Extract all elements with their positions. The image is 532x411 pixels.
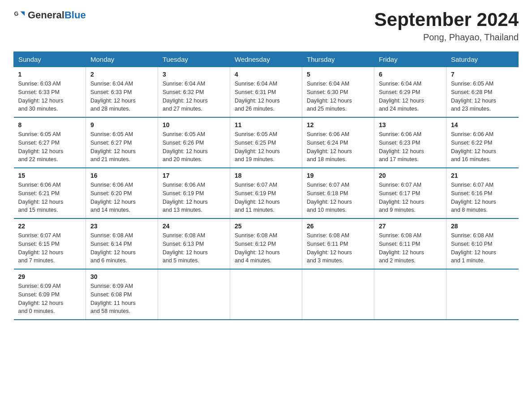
- day-info: Sunrise: 6:07 AMSunset: 6:17 PMDaylight:…: [379, 181, 442, 214]
- calendar-cell: 3Sunrise: 6:04 AMSunset: 6:32 PMDaylight…: [158, 67, 230, 118]
- day-info: Sunrise: 6:03 AMSunset: 6:33 PMDaylight:…: [18, 80, 82, 113]
- day-info: Sunrise: 6:06 AMSunset: 6:19 PMDaylight:…: [163, 181, 225, 214]
- calendar-cell: 14Sunrise: 6:06 AMSunset: 6:22 PMDayligh…: [446, 117, 519, 168]
- calendar-cell: 11Sunrise: 6:05 AMSunset: 6:25 PMDayligh…: [230, 117, 302, 168]
- calendar-cell: 23Sunrise: 6:08 AMSunset: 6:14 PMDayligh…: [86, 218, 158, 269]
- day-number: 25: [235, 223, 297, 230]
- day-number: 12: [307, 121, 369, 128]
- weekday-header-monday: Monday: [86, 52, 158, 67]
- day-info: Sunrise: 6:08 AMSunset: 6:11 PMDaylight:…: [379, 231, 442, 265]
- day-info: Sunrise: 6:08 AMSunset: 6:14 PMDaylight:…: [90, 231, 153, 265]
- calendar-cell: 21Sunrise: 6:07 AMSunset: 6:16 PMDayligh…: [446, 168, 519, 218]
- calendar-cell: [302, 269, 374, 320]
- calendar-cell: 1Sunrise: 6:03 AMSunset: 6:33 PMDaylight…: [14, 67, 86, 118]
- weekday-header-tuesday: Tuesday: [158, 52, 230, 67]
- day-info: Sunrise: 6:08 AMSunset: 6:12 PMDaylight:…: [235, 231, 297, 265]
- day-info: Sunrise: 6:07 AMSunset: 6:18 PMDaylight:…: [307, 181, 369, 214]
- calendar-cell: 22Sunrise: 6:07 AMSunset: 6:15 PMDayligh…: [14, 218, 86, 269]
- day-info: Sunrise: 6:05 AMSunset: 6:26 PMDaylight:…: [163, 130, 225, 164]
- weekday-header-sunday: Sunday: [14, 52, 86, 67]
- day-number: 22: [18, 223, 82, 230]
- calendar-cell: 7Sunrise: 6:05 AMSunset: 6:28 PMDaylight…: [446, 67, 519, 118]
- calendar-week-2: 8Sunrise: 6:05 AMSunset: 6:27 PMDaylight…: [14, 117, 519, 168]
- day-info: Sunrise: 6:04 AMSunset: 6:33 PMDaylight:…: [90, 80, 153, 113]
- calendar-cell: 24Sunrise: 6:08 AMSunset: 6:13 PMDayligh…: [158, 218, 230, 269]
- day-number: 23: [90, 223, 153, 230]
- calendar-cell: 18Sunrise: 6:07 AMSunset: 6:19 PMDayligh…: [230, 168, 302, 218]
- day-number: 27: [379, 223, 442, 230]
- calendar-cell: 2Sunrise: 6:04 AMSunset: 6:33 PMDaylight…: [86, 67, 158, 118]
- calendar-cell: 13Sunrise: 6:06 AMSunset: 6:23 PMDayligh…: [374, 117, 446, 168]
- day-number: 13: [379, 121, 442, 128]
- day-info: Sunrise: 6:08 AMSunset: 6:13 PMDaylight:…: [163, 231, 225, 265]
- day-number: 21: [451, 172, 514, 179]
- day-info: Sunrise: 6:04 AMSunset: 6:32 PMDaylight:…: [163, 80, 225, 113]
- day-info: Sunrise: 6:05 AMSunset: 6:27 PMDaylight:…: [90, 130, 153, 164]
- day-number: 17: [163, 172, 225, 179]
- logo: G GeneralBlue: [13, 9, 86, 21]
- weekday-header-friday: Friday: [374, 52, 446, 67]
- day-number: 26: [307, 223, 369, 230]
- logo-text-general: General: [28, 9, 64, 21]
- day-number: 6: [379, 71, 442, 78]
- day-number: 20: [379, 172, 442, 179]
- day-number: 15: [18, 172, 82, 179]
- calendar-cell: [446, 269, 519, 320]
- day-info: Sunrise: 6:06 AMSunset: 6:20 PMDaylight:…: [90, 181, 153, 214]
- weekday-header-row: SundayMondayTuesdayWednesdayThursdayFrid…: [14, 52, 519, 67]
- svg-text:G: G: [14, 11, 18, 17]
- calendar-cell: 4Sunrise: 6:04 AMSunset: 6:31 PMDaylight…: [230, 67, 302, 118]
- calendar-cell: 28Sunrise: 6:08 AMSunset: 6:10 PMDayligh…: [446, 218, 519, 269]
- calendar-cell: 12Sunrise: 6:06 AMSunset: 6:24 PMDayligh…: [302, 117, 374, 168]
- day-info: Sunrise: 6:07 AMSunset: 6:16 PMDaylight:…: [451, 181, 514, 214]
- day-info: Sunrise: 6:09 AMSunset: 6:08 PMDaylight:…: [90, 282, 153, 316]
- day-info: Sunrise: 6:04 AMSunset: 6:29 PMDaylight:…: [379, 80, 442, 113]
- calendar-cell: 9Sunrise: 6:05 AMSunset: 6:27 PMDaylight…: [86, 117, 158, 168]
- calendar-cell: 30Sunrise: 6:09 AMSunset: 6:08 PMDayligh…: [86, 269, 158, 320]
- day-info: Sunrise: 6:06 AMSunset: 6:24 PMDaylight:…: [307, 130, 369, 164]
- day-number: 24: [163, 223, 225, 230]
- day-info: Sunrise: 6:05 AMSunset: 6:28 PMDaylight:…: [451, 80, 514, 113]
- logo-icon: G: [13, 9, 26, 21]
- day-info: Sunrise: 6:06 AMSunset: 6:21 PMDaylight:…: [18, 181, 82, 214]
- calendar-cell: 15Sunrise: 6:06 AMSunset: 6:21 PMDayligh…: [14, 168, 86, 218]
- calendar-cell: [158, 269, 230, 320]
- calendar-cell: [374, 269, 446, 320]
- calendar-cell: 19Sunrise: 6:07 AMSunset: 6:18 PMDayligh…: [302, 168, 374, 218]
- day-info: Sunrise: 6:07 AMSunset: 6:19 PMDaylight:…: [235, 181, 297, 214]
- day-number: 10: [163, 121, 225, 128]
- day-info: Sunrise: 6:08 AMSunset: 6:10 PMDaylight:…: [451, 231, 514, 265]
- calendar-cell: 5Sunrise: 6:04 AMSunset: 6:30 PMDaylight…: [302, 67, 374, 118]
- page-header: G GeneralBlue September 2024 Pong, Phaya…: [13, 9, 519, 43]
- weekday-header-wednesday: Wednesday: [230, 52, 302, 67]
- calendar-cell: 20Sunrise: 6:07 AMSunset: 6:17 PMDayligh…: [374, 168, 446, 218]
- day-number: 3: [163, 71, 225, 78]
- day-number: 29: [18, 273, 82, 280]
- title-area: September 2024 Pong, Phayao, Thailand: [374, 9, 519, 43]
- day-number: 28: [451, 223, 514, 230]
- day-number: 5: [307, 71, 369, 78]
- day-info: Sunrise: 6:07 AMSunset: 6:15 PMDaylight:…: [18, 231, 82, 265]
- logo-text-blue: Blue: [64, 9, 86, 21]
- day-number: 19: [307, 172, 369, 179]
- day-number: 8: [18, 121, 82, 128]
- day-number: 4: [235, 71, 297, 78]
- day-number: 2: [90, 71, 153, 78]
- day-info: Sunrise: 6:04 AMSunset: 6:30 PMDaylight:…: [307, 80, 369, 113]
- calendar-week-5: 29Sunrise: 6:09 AMSunset: 6:09 PMDayligh…: [14, 269, 519, 320]
- day-info: Sunrise: 6:06 AMSunset: 6:22 PMDaylight:…: [451, 130, 514, 164]
- day-number: 11: [235, 121, 297, 128]
- calendar-body: 1Sunrise: 6:03 AMSunset: 6:33 PMDaylight…: [14, 67, 519, 320]
- day-number: 7: [451, 71, 514, 78]
- calendar-cell: 6Sunrise: 6:04 AMSunset: 6:29 PMDaylight…: [374, 67, 446, 118]
- calendar-cell: 29Sunrise: 6:09 AMSunset: 6:09 PMDayligh…: [14, 269, 86, 320]
- day-number: 1: [18, 71, 82, 78]
- calendar-cell: 8Sunrise: 6:05 AMSunset: 6:27 PMDaylight…: [14, 117, 86, 168]
- calendar-cell: [230, 269, 302, 320]
- calendar-cell: 17Sunrise: 6:06 AMSunset: 6:19 PMDayligh…: [158, 168, 230, 218]
- day-number: 14: [451, 121, 514, 128]
- day-number: 30: [90, 273, 153, 280]
- day-info: Sunrise: 6:08 AMSunset: 6:11 PMDaylight:…: [307, 231, 369, 265]
- day-info: Sunrise: 6:05 AMSunset: 6:25 PMDaylight:…: [235, 130, 297, 164]
- weekday-header-saturday: Saturday: [446, 52, 519, 67]
